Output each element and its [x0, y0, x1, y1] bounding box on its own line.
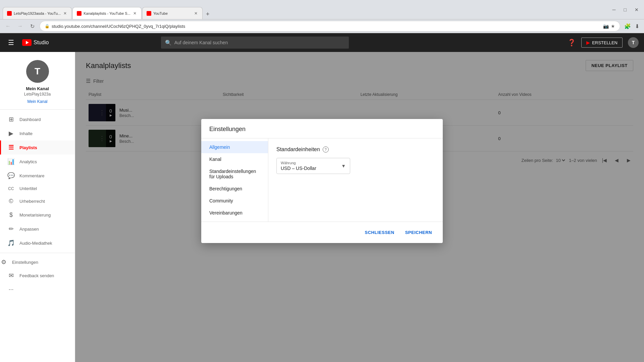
create-button[interactable]: ▶ ERSTELLEN — [581, 38, 623, 48]
currency-value: USD – US-Dollar — [281, 166, 316, 171]
sidebar-item-subtitles[interactable]: CC Untertitel — [0, 183, 75, 194]
dropdown-arrow-icon: ▼ — [341, 163, 346, 169]
youtube-studio-logo[interactable]: Studio — [22, 39, 49, 46]
channel-avatar[interactable]: T — [26, 60, 49, 83]
dialog-body: Allgemein Kanal Standardeinstellungen fü… — [201, 138, 443, 222]
dialog-footer: SCHLIESSEN SPEICHERN — [201, 222, 443, 243]
sidebar-item-dashboard[interactable]: ⊞ Dashboard — [0, 112, 75, 126]
settings-dialog: Einstellungen Allgemein Kanal Standardei… — [201, 119, 443, 243]
sidebar-label-subtitles: Untertitel — [19, 186, 37, 191]
search-placeholder: Auf deinem Kanal suchen — [174, 40, 228, 45]
dashboard-icon: ⊞ — [7, 116, 15, 123]
browser-tab-1[interactable]: LetsPlay1923asda - YouTu... ✕ — [3, 7, 72, 19]
sidebar-item-feedback[interactable]: ✉ Feedback senden — [0, 268, 75, 283]
sidebar-label-dashboard: Dashboard — [19, 117, 41, 122]
audio-icon: 🎵 — [7, 239, 15, 247]
dialog-nav-permissions[interactable]: Berechtigungen — [201, 183, 268, 195]
top-nav-right: ❓ ▶ ERSTELLEN T — [568, 37, 639, 48]
customize-icon: ✏ — [7, 225, 15, 233]
close-window-button[interactable]: ✕ — [632, 6, 641, 13]
sidebar-item-customize[interactable]: ✏ Anpassen — [0, 222, 75, 236]
download-icon[interactable]: ⬇ — [634, 22, 641, 31]
window-controls: ─ □ ✕ — [610, 6, 641, 13]
new-tab-button[interactable]: + — [203, 9, 212, 19]
browser-tab-2[interactable]: Kanalplaylists - YouTube S... ✕ — [72, 7, 142, 19]
extensions-icon[interactable]: 🧩 — [623, 22, 632, 31]
sidebar-item-more[interactable]: ··· — [0, 283, 75, 296]
tab-close-3[interactable]: ✕ — [194, 10, 198, 16]
save-dialog-button[interactable]: SPEICHERN — [402, 227, 435, 238]
sidebar-label-comments: Kommentare — [19, 173, 44, 178]
sidebar-item-comments[interactable]: 💬 Kommentare — [0, 169, 75, 183]
sidebar-label-customize: Anpassen — [19, 227, 39, 232]
info-icon[interactable]: ? — [323, 146, 329, 153]
more-icon: ··· — [7, 286, 15, 293]
channel-info: T Mein Kanal LetsPlay1923a Mein Kanal — [0, 52, 75, 110]
tab-title-3: YouTube — [153, 11, 192, 15]
lock-icon: 🔒 — [45, 24, 50, 28]
analytics-icon: 📊 — [7, 158, 15, 165]
nav-items: ⊞ Dashboard ▶ Inhalte ☰ Playlists 📊 Anal… — [0, 110, 75, 362]
my-channel-link[interactable]: Mein Kanal — [27, 99, 47, 104]
tab-title-1: LetsPlay1923asda - YouTu... — [14, 11, 61, 15]
tab-favicon-3 — [147, 11, 151, 16]
sidebar: T Mein Kanal LetsPlay1923a Mein Kanal ⊞ … — [0, 52, 75, 362]
back-button[interactable]: ← — [3, 21, 13, 31]
bookmark-icon[interactable]: ★ — [611, 23, 615, 29]
menu-icon[interactable]: ☰ — [5, 36, 17, 49]
tab-close-1[interactable]: ✕ — [63, 10, 67, 16]
dialog-nav-kanal[interactable]: Kanal — [201, 153, 268, 165]
dialog-nav-agreements[interactable]: Vereinbarungen — [201, 207, 268, 219]
content-icon: ▶ — [7, 130, 15, 137]
refresh-button[interactable]: ↻ — [28, 21, 37, 31]
play-icon — [26, 41, 29, 44]
copyright-icon: © — [7, 198, 15, 205]
settings-icon: ⚙ — [0, 258, 7, 266]
dialog-nav-community[interactable]: Community — [201, 195, 268, 207]
close-dialog-button[interactable]: SCHLIESSEN — [362, 227, 397, 238]
sidebar-label-feedback: Feedback senden — [19, 273, 54, 278]
search-icon: 🔍 — [165, 40, 172, 46]
sidebar-item-monetization[interactable]: $ Monetarisierung — [0, 208, 75, 222]
sidebar-label-copyright: Urheberrecht — [19, 199, 45, 204]
sidebar-label-analytics: Analytics — [19, 159, 37, 164]
comments-icon: 💬 — [7, 172, 15, 179]
playlists-icon: ☰ — [7, 144, 15, 151]
user-avatar[interactable]: T — [628, 37, 639, 48]
browser-chrome: LetsPlay1923asda - YouTu... ✕ Kanalplayl… — [0, 0, 644, 19]
search-bar[interactable]: 🔍 Auf deinem Kanal suchen — [161, 37, 349, 49]
channel-name: Mein Kanal — [26, 86, 49, 91]
section-title-text: Standardeinheiten — [276, 146, 320, 153]
browser-tabs: LetsPlay1923asda - YouTu... ✕ Kanalplayl… — [3, 0, 212, 19]
forward-button[interactable]: → — [15, 21, 25, 31]
currency-label: Währung — [281, 161, 316, 165]
dialog-nav-uploads[interactable]: Standardeinstellungen für Uploads — [201, 165, 268, 183]
minimize-button[interactable]: ─ — [610, 6, 619, 13]
sidebar-item-playlists[interactable]: ☰ Playlists — [0, 140, 75, 155]
screenshot-icon[interactable]: 📷 — [603, 23, 609, 29]
section-title: Standardeinheiten ? — [276, 146, 435, 153]
address-bar-row: ← → ↻ 🔒 studio.youtube.com/channel/UCocN… — [0, 19, 644, 33]
address-text: studio.youtube.com/channel/UCocN6zQPHQZ_… — [52, 24, 185, 29]
sidebar-item-audio[interactable]: 🎵 Audio-Mediathek — [0, 236, 75, 250]
address-bar[interactable]: 🔒 studio.youtube.com/channel/UCocN6zQPHQ… — [40, 21, 620, 32]
subtitles-icon: CC — [7, 186, 15, 191]
dialog-nav-allgemein[interactable]: Allgemein — [201, 141, 268, 153]
sidebar-item-copyright[interactable]: © Urheberrecht — [0, 194, 75, 208]
toolbar-icons: 🧩 ⬇ — [623, 22, 641, 31]
browser-tab-3[interactable]: YouTube ✕ — [142, 7, 203, 19]
tab-favicon-1 — [7, 11, 12, 16]
create-label: ERSTELLEN — [592, 40, 618, 45]
nav-divider — [0, 253, 75, 253]
sidebar-label-playlists: Playlists — [19, 145, 37, 150]
help-icon[interactable]: ❓ — [568, 39, 576, 47]
sidebar-item-analytics[interactable]: 📊 Analytics — [0, 155, 75, 169]
tab-close-2[interactable]: ✕ — [132, 10, 137, 16]
sidebar-item-content[interactable]: ▶ Inhalte — [0, 126, 75, 140]
sidebar-item-settings[interactable]: ⚙ Einstellungen — [0, 256, 75, 268]
currency-select[interactable]: Währung USD – US-Dollar ▼ — [276, 158, 350, 174]
sidebar-label-settings: Einstellungen — [12, 260, 38, 265]
tab-title-2: Kanalplaylists - YouTube S... — [84, 11, 130, 15]
restore-button[interactable]: □ — [621, 6, 629, 13]
address-bar-icons: 📷 ★ — [603, 23, 615, 29]
